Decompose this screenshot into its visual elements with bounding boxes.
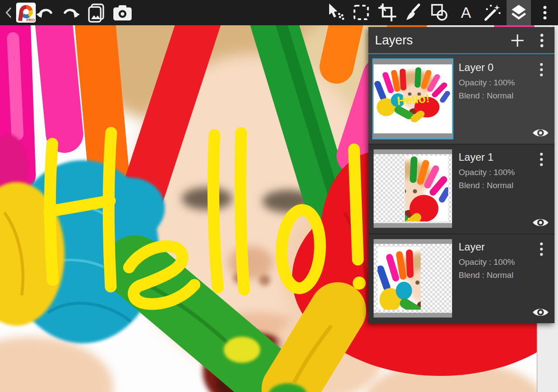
layer-opacity: Opacity : 100% xyxy=(459,257,515,267)
layer-2-visibility-toggle[interactable] xyxy=(531,306,550,319)
layer-0-visibility-toggle[interactable] xyxy=(531,126,550,139)
layers-panel: Layers xyxy=(368,27,555,323)
layer-menu-dots-icon xyxy=(535,151,548,168)
layer-2-thumbnail[interactable] xyxy=(374,239,452,318)
undo-button[interactable] xyxy=(34,2,55,23)
marquee-select-icon xyxy=(351,2,372,23)
redo-icon xyxy=(61,2,82,23)
layer-2-menu-button[interactable] xyxy=(533,240,550,259)
left-eye xyxy=(182,187,232,210)
add-layer-button[interactable] xyxy=(507,30,527,51)
app-logo[interactable]: PRO xyxy=(16,3,36,23)
camera-button[interactable] xyxy=(112,2,133,23)
panel-menu-dots-icon xyxy=(534,32,549,49)
layer-blend: Blend : Normal xyxy=(459,91,514,101)
redo-button[interactable] xyxy=(61,2,82,23)
overflow-dots-icon xyxy=(534,2,555,23)
brush-icon xyxy=(403,2,424,23)
overflow-menu-button[interactable] xyxy=(534,2,555,23)
layer-0-menu-button[interactable] xyxy=(533,60,550,79)
transform-pointer-icon xyxy=(325,2,346,23)
pro-badge: PRO xyxy=(26,18,35,22)
app-screen: PRO xyxy=(0,0,558,392)
magic-wand-icon xyxy=(481,2,502,23)
crop-tool-button[interactable] xyxy=(377,2,398,23)
orange-finger-right xyxy=(337,25,349,67)
camera-icon xyxy=(112,2,133,23)
layer-name: Layer xyxy=(459,241,485,253)
gallery-icon xyxy=(86,2,107,23)
layer-blend: Blend : Normal xyxy=(459,270,514,280)
crop-icon xyxy=(377,2,398,23)
magenta-finger xyxy=(53,25,65,134)
layer-name: Layer 0 xyxy=(459,61,493,74)
eye-icon xyxy=(532,307,549,318)
layer-opacity: Opacity : 100% xyxy=(459,168,515,177)
layers-icon xyxy=(508,2,529,23)
layer-row-0[interactable]: Hello! Layer 0 Opacity : 100% Blend : No… xyxy=(368,55,555,144)
select-tool-button[interactable] xyxy=(351,2,372,23)
layers-panel-title: Layers xyxy=(375,33,413,47)
import-image-button[interactable] xyxy=(86,2,107,23)
layer-1-visibility-toggle[interactable] xyxy=(531,216,550,229)
shapes-icon xyxy=(429,2,450,23)
layers-panel-menu-button[interactable] xyxy=(532,30,552,51)
text-tool-icon: A xyxy=(461,4,471,21)
layer-2-thumbnail-image xyxy=(374,239,452,318)
transform-tool-button[interactable] xyxy=(325,2,346,23)
layer-1-thumbnail-image xyxy=(374,149,452,228)
layer-name: Layer 1 xyxy=(459,151,493,163)
layer-1-thumbnail[interactable] xyxy=(374,149,452,228)
plus-icon xyxy=(510,33,525,48)
layer-0-thumbnail-image: Hello! xyxy=(374,60,452,138)
layer-menu-dots-icon xyxy=(535,61,548,78)
layer-row-2[interactable]: Layer Opacity : 100% Blend : Normal xyxy=(368,234,555,323)
shapes-tool-button[interactable] xyxy=(429,2,450,23)
layer-0-thumbnail[interactable]: Hello! xyxy=(374,60,452,138)
layer-1-menu-button[interactable] xyxy=(533,150,550,169)
brush-tool-button[interactable] xyxy=(403,2,424,23)
layer-opacity: Opacity : 100% xyxy=(459,78,515,88)
back-chevron-icon xyxy=(3,5,14,20)
undo-icon xyxy=(34,2,55,23)
top-toolbar: PRO xyxy=(0,0,558,25)
layer-menu-dots-icon xyxy=(535,240,548,258)
layers-tool-button[interactable] xyxy=(508,2,529,23)
text-tool-button[interactable]: A xyxy=(456,2,476,23)
eye-icon xyxy=(532,128,549,138)
eye-icon xyxy=(532,217,549,228)
layers-panel-header: Layers xyxy=(368,27,555,53)
layer-row-1[interactable]: Layer 1 Opacity : 100% Blend : Normal xyxy=(368,145,555,233)
effects-tool-button[interactable] xyxy=(481,2,502,23)
layer-list: Hello! Layer 0 Opacity : 100% Blend : No… xyxy=(368,54,555,323)
layer-blend: Blend : Normal xyxy=(459,181,514,190)
